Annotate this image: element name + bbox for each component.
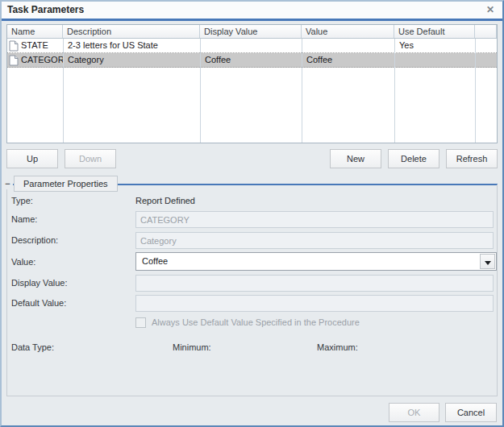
cancel-button[interactable]: Cancel bbox=[445, 403, 497, 422]
ok-button[interactable]: OK bbox=[389, 403, 439, 422]
document-icon bbox=[9, 55, 19, 66]
table-row-state[interactable]: STATE 2-3 letters for US State Yes bbox=[7, 39, 497, 53]
cell-description: Category bbox=[63, 53, 200, 67]
parameters-table: Name Description Display Value Value Use… bbox=[6, 24, 498, 143]
titlebar: Task Parameters ✕ bbox=[2, 2, 502, 19]
description-label: Description: bbox=[11, 235, 58, 245]
new-button[interactable]: New bbox=[330, 149, 381, 168]
dropdown-button[interactable] bbox=[480, 254, 495, 269]
table-rows: STATE 2-3 letters for US State Yes CATEG… bbox=[7, 39, 497, 68]
minimum-label: Minimum: bbox=[173, 342, 211, 352]
cell-name: STATE bbox=[21, 39, 48, 52]
name-field[interactable] bbox=[135, 211, 494, 228]
value-dropdown[interactable]: Coffee bbox=[135, 252, 497, 271]
group-legend: Parameter Properties bbox=[14, 176, 118, 192]
type-label: Type: bbox=[11, 196, 33, 205]
cell-name: CATEGORY bbox=[21, 53, 63, 67]
cell-blank bbox=[475, 53, 497, 67]
cell-description: 2-3 letters for US State bbox=[63, 39, 200, 52]
type-value: Report Defined bbox=[135, 196, 195, 205]
table-row-category[interactable]: CATEGORY Category Coffee Coffee bbox=[7, 53, 497, 68]
cell-display-value: Coffee bbox=[200, 53, 302, 67]
cell-value bbox=[302, 39, 394, 52]
cell-display-value bbox=[200, 39, 302, 52]
column-header-name[interactable]: Name bbox=[7, 25, 63, 38]
chevron-down-icon bbox=[485, 261, 491, 265]
value-dropdown-text: Coffee bbox=[142, 253, 168, 270]
table-header: Name Description Display Value Value Use… bbox=[7, 25, 497, 39]
default-value-field[interactable] bbox=[135, 295, 494, 312]
delete-button[interactable]: Delete bbox=[388, 149, 439, 168]
display-value-label: Display Value: bbox=[11, 278, 68, 288]
display-value-field[interactable] bbox=[135, 275, 494, 292]
column-header-display-value[interactable]: Display Value bbox=[200, 25, 302, 38]
cell-value: Coffee bbox=[302, 53, 394, 67]
close-icon[interactable]: ✕ bbox=[484, 3, 497, 16]
description-field[interactable] bbox=[135, 232, 494, 249]
default-value-label: Default Value: bbox=[11, 298, 66, 308]
column-header-use-default[interactable]: Use Default bbox=[394, 25, 475, 38]
value-label: Value: bbox=[11, 257, 35, 267]
column-header-blank bbox=[475, 25, 497, 38]
collapse-icon[interactable]: − bbox=[2, 179, 13, 189]
column-header-value[interactable]: Value bbox=[302, 25, 394, 38]
data-type-label: Data Type: bbox=[11, 342, 54, 352]
always-use-default-checkbox[interactable] bbox=[135, 317, 146, 328]
cell-use-default: Yes bbox=[394, 39, 475, 52]
maximum-label: Maximum: bbox=[317, 342, 358, 352]
cell-use-default bbox=[394, 53, 475, 67]
column-header-description[interactable]: Description bbox=[63, 25, 200, 38]
name-label: Name: bbox=[11, 214, 37, 224]
cell-blank bbox=[475, 39, 497, 52]
down-button[interactable]: Down bbox=[65, 149, 116, 168]
refresh-button[interactable]: Refresh bbox=[446, 149, 498, 168]
dialog-title: Task Parameters bbox=[7, 2, 84, 19]
task-parameters-dialog: Task Parameters ✕ Name Description Displ… bbox=[0, 0, 504, 427]
title-accent-line bbox=[2, 19, 502, 21]
always-use-default-label: Always Use Default Value Specified in th… bbox=[152, 317, 360, 327]
up-button[interactable]: Up bbox=[6, 149, 58, 168]
document-icon bbox=[9, 40, 19, 52]
